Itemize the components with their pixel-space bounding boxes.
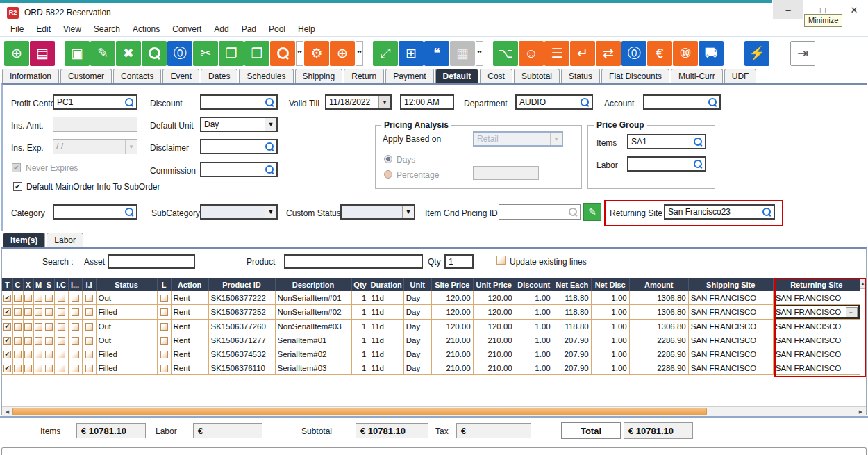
cell-check-I.C[interactable] [54,305,68,320]
cell-status[interactable]: Filled [96,305,157,320]
returning-site-search-icon[interactable] [762,208,771,216]
cell-site-price[interactable]: 120.00 [431,320,473,333]
cell-l[interactable] [157,291,171,305]
cell-discount[interactable]: 1.00 [515,320,553,333]
col-c[interactable]: C [12,278,23,291]
cell-net-each[interactable]: 118.80 [553,305,591,320]
col-m[interactable]: M [33,278,44,291]
delete-icon[interactable]: ✖ [116,41,141,66]
menu-search[interactable]: Search [87,24,126,34]
col-unit-price[interactable]: Unit Price [473,278,515,291]
subcategory-dropdown[interactable]: ▼ [200,204,278,220]
cell-unit-price[interactable]: 120.00 [473,320,515,333]
profit-center-field[interactable]: PC1 [53,94,137,110]
menu-view[interactable]: View [57,24,87,34]
cell-check-S[interactable] [44,333,54,347]
row-checkbox[interactable] [58,337,65,345]
row-checkbox[interactable] [85,308,93,316]
minimize-button[interactable]: – [773,0,803,19]
tab-flat-discounts[interactable]: Flat Discounts [601,69,669,84]
cell-check-S[interactable] [44,305,54,320]
cell-net-each[interactable]: 118.80 [553,291,591,305]
department-search-icon[interactable] [581,98,589,106]
cell-check-I.C[interactable] [54,347,68,361]
cell-qty[interactable]: 1 [351,305,369,320]
col-s[interactable]: S [44,278,54,291]
cell-check-I...[interactable] [68,333,82,347]
cell-net-disc[interactable]: 1.00 [591,320,629,333]
cell-l[interactable] [157,305,171,320]
col-x[interactable]: X [23,278,33,291]
tab-payment[interactable]: Payment [385,69,433,84]
cell-check-I.C[interactable] [54,333,68,347]
item-grid-pricing-edit-button[interactable]: ✎ [583,203,601,221]
grid-horizontal-scrollbar[interactable]: ◀ ▶ [2,406,866,416]
search-icon[interactable] [142,41,167,66]
cell-status[interactable]: Out [96,320,157,333]
cell-status[interactable]: Filled [96,361,157,375]
row-checkbox[interactable] [45,337,53,345]
save-icon[interactable]: ▣ [65,41,90,66]
row-checkbox[interactable] [24,308,32,316]
commission-search-icon[interactable] [265,165,274,174]
default-mainorder-checkbox[interactable]: ✔ [13,182,22,191]
row-checkbox[interactable] [72,365,79,372]
item-search-icon-dropdown[interactable]: ▾▾ [296,41,303,66]
cell-check-T[interactable]: ✔ [2,333,12,347]
cell-check-I...[interactable] [68,320,82,333]
cell-l[interactable] [157,333,171,347]
scroll-right-icon[interactable]: ▶ [856,408,865,415]
cell-returning-site[interactable]: SAN FRANCISCO [773,333,860,347]
cell-status[interactable]: Filled [96,347,157,361]
col-amount[interactable]: Amount [629,278,688,291]
commission-field[interactable] [200,162,278,177]
cell-check-I.I[interactable] [82,305,96,320]
edit-icon[interactable]: ✎ [90,41,115,66]
cell-discount[interactable]: 1.00 [515,361,553,375]
cell-qty[interactable]: 1 [351,333,369,347]
cut-icon[interactable]: ✂ [193,41,218,66]
cell-check-X[interactable] [23,347,33,361]
items-tab-item-s-[interactable]: Item(s) [3,233,45,248]
cell-returning-site[interactable]: SAN FRANCISCO [773,347,860,361]
cell-description[interactable]: NonSerialItem#02 [275,305,351,320]
row-checkbox[interactable] [85,365,93,372]
cell-check-M[interactable] [33,361,44,375]
cell-site-price[interactable]: 210.00 [431,347,473,361]
tab-information[interactable]: Information [2,69,59,84]
smiley-icon[interactable]: ☺ [519,41,544,66]
cell-net-disc[interactable]: 1.00 [591,347,629,361]
cell-net-disc[interactable]: 1.00 [591,305,629,320]
menu-add[interactable]: Add [208,24,235,34]
add-po-icon[interactable]: ⊕ [330,41,355,66]
cell-check-C[interactable] [12,361,23,375]
cell-check-I.C[interactable] [54,361,68,375]
cell-check-M[interactable] [33,291,44,305]
cell-site-price[interactable]: 210.00 [431,333,473,347]
row-checkbox[interactable] [35,323,42,331]
items-tab-labor[interactable]: Labor [47,233,83,248]
row-checkbox[interactable] [72,308,79,316]
cell-check-M[interactable] [33,347,44,361]
cell-check-I.C[interactable] [54,291,68,305]
cell-action[interactable]: Rent [171,320,208,333]
cell-returning-site[interactable]: SAN FRANCISCO... [773,305,860,320]
close-button[interactable]: ✕ [842,0,866,19]
cell-check-I.I[interactable] [82,320,96,333]
cell-site-price[interactable]: 120.00 [431,305,473,320]
cell-l[interactable] [157,361,171,375]
account-search-icon[interactable] [708,98,717,106]
custom-status-dropdown[interactable]: ▼ [340,204,415,220]
cell-check-X[interactable] [23,361,33,375]
category-search-icon[interactable] [125,208,133,216]
row-checkbox[interactable] [160,365,168,372]
tab-dates[interactable]: Dates [201,69,237,84]
cell-unit-price[interactable]: 210.00 [473,361,515,375]
cell-check-X[interactable] [23,291,33,305]
cell-status[interactable]: Out [96,333,157,347]
cell-check-S[interactable] [44,291,54,305]
cell-unit-price[interactable]: 210.00 [473,347,515,361]
hierarchy-icon[interactable]: ⌥ [493,41,518,66]
cell-action[interactable]: Rent [171,347,208,361]
cell-check-S[interactable] [44,347,54,361]
